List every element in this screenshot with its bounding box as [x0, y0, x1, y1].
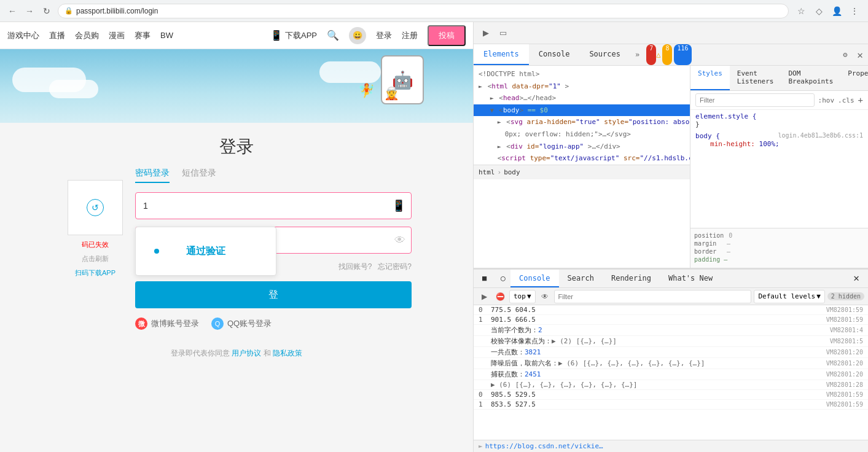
privacy-policy-link[interactable]: 隐私政策 — [273, 349, 302, 357]
search-icon[interactable]: 🔍 — [327, 29, 339, 41]
qq-label: QQ账号登录 — [227, 318, 272, 329]
tree-line-div[interactable]: ► <div id="login-app" >…</div> — [474, 141, 690, 153]
breadcrumb-html[interactable]: html — [479, 168, 495, 176]
more-button[interactable]: ⋮ — [847, 4, 862, 18]
tree-line-svg-close[interactable]: 0px; overflow: hidden;">…</svg> — [474, 128, 690, 141]
device-toolbar-button[interactable]: ▭ — [496, 26, 510, 41]
forgot-password-link[interactable]: 忘记密码? — [378, 262, 412, 272]
cloud-decoration-2 — [49, 80, 98, 98]
nav-sports[interactable]: 赛事 — [135, 30, 151, 41]
bookmark-button[interactable]: ☆ — [794, 4, 808, 18]
console-src-9[interactable]: VM82801:59 — [826, 391, 863, 398]
tree-line-head[interactable]: ► <head>…</head> — [474, 92, 690, 104]
dom-breakpoints-tab[interactable]: DOM Breakpoints — [781, 66, 840, 90]
mascot-small-1: 🧚 — [358, 83, 375, 99]
console-tab-console[interactable]: Console — [510, 270, 559, 287]
settings-button[interactable]: ⚙ — [838, 44, 852, 65]
console-num-1: 1 — [479, 316, 487, 324]
top-context-dropdown[interactable]: top ▼ — [509, 290, 536, 303]
inspect-element-button[interactable]: ▶ — [479, 26, 493, 41]
margin-value: – — [727, 240, 730, 247]
default-levels-dropdown[interactable]: Default levels ▼ — [754, 290, 824, 303]
tree-line-body[interactable]: ▼ <body> == $0 — [474, 104, 690, 117]
devtools-panel: ▶ ▭ Elements Console Sources » 7 △ 8 116… — [473, 22, 868, 452]
eye-icon[interactable]: 👁 — [394, 234, 405, 247]
styles-filter-input[interactable] — [695, 93, 814, 107]
tree-line-script[interactable]: <script type="text/javascript" src="//s1… — [474, 152, 690, 165]
qq-login-button[interactable]: Q QQ账号登录 — [211, 318, 272, 330]
console-url-hint: https://blog.csdn.net/vickie… — [485, 442, 603, 450]
styles-sub-tabs: Styles Event Listeners DOM Breakpoints P… — [690, 66, 868, 91]
captcha-verify-button[interactable]: 通过验证 — [186, 245, 225, 258]
back-button[interactable]: ← — [6, 5, 18, 17]
console-src-1[interactable]: VM82801:59 — [826, 306, 863, 313]
console-eye-button[interactable]: 👁 — [538, 290, 552, 303]
body-style-src[interactable]: login.4eb81…3e8b6.css:1 — [778, 132, 863, 139]
console-msg-6: 降噪后值，取前六名：▶ (6) [{…}, {…}, {…}, {…}, {…}… — [491, 359, 823, 368]
event-listeners-tab[interactable]: Event Listeners — [730, 66, 781, 90]
weibo-login-button[interactable]: 微 微博账号登录 — [135, 318, 199, 330]
console-src-8[interactable]: VM82801:28 — [826, 381, 863, 388]
nav-live[interactable]: 直播 — [49, 30, 65, 41]
properties-tab[interactable]: Properties — [840, 66, 868, 90]
console-src-7[interactable]: VM82801:20 — [826, 371, 863, 378]
console-tab-search[interactable]: Search — [559, 270, 603, 287]
more-tabs-button[interactable]: » — [630, 44, 644, 65]
tree-line-html[interactable]: ► <html data-dpr="1" > — [474, 80, 690, 93]
user-agreement-link[interactable]: 用户协议 — [232, 349, 261, 357]
console-run-button[interactable]: ▶ — [477, 290, 491, 303]
extensions-button[interactable]: ◇ — [811, 4, 826, 18]
console-msg-9: 985.5 529.5 — [491, 391, 823, 399]
tab-console[interactable]: Console — [529, 44, 580, 65]
tree-line-svg[interactable]: ► <svg aria-hidden="true" style="positio… — [474, 116, 690, 128]
refresh-button[interactable]: ↻ — [41, 5, 53, 17]
find-account-link[interactable]: 找回账号? — [338, 262, 372, 272]
console-tab-icon[interactable]: ■ — [474, 270, 492, 287]
console-line-5: 一共点数：3821 VM82801:20 — [474, 347, 868, 358]
close-devtools-button[interactable]: ✕ — [852, 44, 868, 65]
styles-cls-button[interactable]: .cls — [838, 96, 854, 104]
console-src-10[interactable]: VM82801:59 — [826, 401, 863, 408]
nav-bw[interactable]: BW — [160, 31, 173, 40]
console-tab-stop[interactable]: ◯ — [492, 270, 510, 287]
tree-line-doctype[interactable]: <!DOCTYPE html> — [474, 68, 690, 80]
login-tabs: 密码登录 短信登录 — [135, 168, 412, 183]
breadcrumb-body[interactable]: body — [504, 168, 520, 176]
console-src-2[interactable]: VM82801:59 — [826, 316, 863, 323]
console-src-4[interactable]: VM82801:5 — [830, 338, 863, 345]
download-icon: 📱 — [270, 29, 283, 41]
console-clear-button[interactable]: ⛔ — [493, 290, 507, 303]
post-button[interactable]: 投稿 — [428, 25, 466, 46]
console-src-3[interactable]: VM82801:4 — [830, 327, 863, 333]
console-filter-input[interactable] — [554, 290, 752, 303]
styles-add-button[interactable]: + — [858, 95, 863, 105]
console-src-6[interactable]: VM82801:20 — [826, 360, 863, 367]
qr-refresh-button[interactable]: ↺ — [87, 199, 104, 216]
qr-click-refresh[interactable]: 点击刷新 — [82, 254, 109, 263]
console-tab-rendering[interactable]: Rendering — [603, 270, 660, 287]
download-label: 下载APP — [285, 30, 317, 41]
devtools-top-toolbar: ▶ ▭ — [474, 22, 868, 44]
styles-hov-button[interactable]: :hov — [818, 96, 835, 104]
tab-sms-login[interactable]: 短信登录 — [182, 168, 216, 183]
profile-button[interactable]: 👤 — [829, 4, 844, 18]
nav-manga[interactable]: 漫画 — [109, 30, 125, 41]
download-app-btn[interactable]: 📱 下载APP — [270, 29, 317, 41]
margin-label: margin — [694, 240, 722, 247]
tab-elements[interactable]: Elements — [474, 44, 529, 65]
register-link[interactable]: 注册 — [402, 30, 418, 41]
console-close-button[interactable]: ✕ — [845, 270, 868, 287]
nav-shop[interactable]: 会员购 — [75, 30, 99, 41]
address-bar[interactable]: 🔒 passport.bilibili.com/login — [58, 4, 789, 18]
tab-sources[interactable]: Sources — [579, 44, 630, 65]
console-src-5[interactable]: VM82801:20 — [826, 349, 863, 356]
tab-password-login[interactable]: 密码登录 — [135, 168, 170, 183]
phone-input[interactable] — [135, 192, 412, 219]
login-button[interactable]: 登 — [135, 281, 412, 308]
console-tab-whatsnew[interactable]: What's New — [660, 270, 721, 287]
qr-app-link[interactable]: 扫码下载APP — [75, 268, 115, 278]
login-link[interactable]: 登录 — [376, 30, 392, 41]
nav-game[interactable]: 游戏中心 — [7, 30, 39, 41]
styles-tab[interactable]: Styles — [690, 66, 730, 90]
forward-button[interactable]: → — [23, 5, 36, 17]
